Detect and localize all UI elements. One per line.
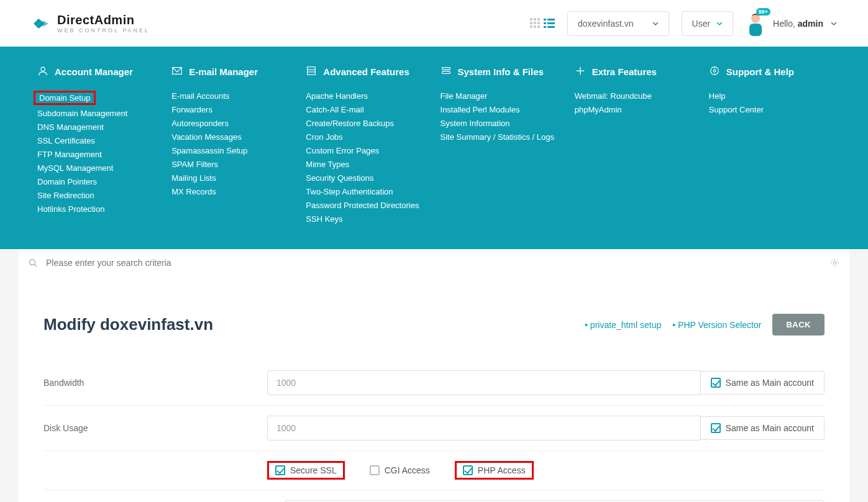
brand-subtitle: web control panel <box>57 27 150 34</box>
nav-link[interactable]: Mailing Lists <box>171 173 293 183</box>
nav-col-3[interactable]: System Info & Files <box>441 65 562 78</box>
nav-link[interactable]: Apache Handlers <box>306 91 427 101</box>
user-menu[interactable]: 99+ Hello, admin <box>746 11 837 36</box>
search-bar <box>19 249 849 276</box>
svg-rect-2 <box>537 18 540 21</box>
svg-rect-6 <box>530 25 532 28</box>
svg-line-30 <box>35 265 37 267</box>
svg-rect-4 <box>534 22 536 24</box>
nav-link[interactable]: Webmail: Roundcube <box>575 91 697 101</box>
nav-link[interactable]: Site Summary / Statistics / Logs <box>441 132 562 142</box>
svg-rect-16 <box>749 24 762 36</box>
secure-ssl-checkbox[interactable]: Secure SSL <box>267 461 345 480</box>
svg-rect-22 <box>442 71 450 74</box>
grid-view-icon[interactable] <box>530 18 541 29</box>
nav-link[interactable]: MySQL Management <box>37 163 159 173</box>
svg-rect-1 <box>534 18 536 21</box>
svg-rect-10 <box>547 19 555 21</box>
checkbox-icon <box>370 465 380 475</box>
svg-rect-14 <box>547 26 555 28</box>
nav-col-2[interactable]: Advanced Features <box>306 65 427 78</box>
list-view-icon[interactable] <box>544 18 555 29</box>
nav-link[interactable]: phpMyAdmin <box>575 104 697 115</box>
nav-col-icon <box>575 65 586 78</box>
private-html-setup-link[interactable]: • private_html setup <box>585 320 661 330</box>
php-version-selector-link[interactable]: • PHP Version Selector <box>672 320 761 330</box>
nav-link[interactable]: File Manager <box>441 91 562 101</box>
nav-link[interactable]: Cron Jobs <box>306 132 427 142</box>
nav-col-0[interactable]: Account Manager <box>37 65 159 78</box>
cgi-access-checkbox[interactable]: CGI Access <box>363 461 436 480</box>
nav-link[interactable]: Custom Error Pages <box>306 145 427 156</box>
checkbox-icon <box>463 465 473 475</box>
nav-col-icon <box>171 65 183 78</box>
svg-rect-3 <box>530 22 532 24</box>
nav-link[interactable]: Create/Restore Backups <box>306 118 427 129</box>
nav-col-5[interactable]: Support & Help <box>709 65 831 78</box>
svg-rect-5 <box>537 22 540 24</box>
nav-col-4[interactable]: Extra Features <box>575 65 697 78</box>
nav-link[interactable]: Password Protected Directories <box>306 200 427 211</box>
nav-link[interactable]: MX Records <box>171 186 293 197</box>
disk-same-checkbox[interactable]: Same as Main account <box>701 416 825 440</box>
svg-rect-7 <box>534 25 536 28</box>
nav-link[interactable]: Site Redirection <box>37 190 159 201</box>
role-selector-value: User <box>692 19 711 29</box>
nav-link[interactable]: Forwarders <box>171 104 293 115</box>
domain-selector-value: doxevinfast.vn <box>578 19 634 29</box>
php-access-checkbox[interactable]: PHP Access <box>455 461 534 480</box>
disk-usage-label: Disk Usage <box>43 423 267 433</box>
role-selector[interactable]: User <box>682 11 734 36</box>
svg-rect-18 <box>308 67 316 75</box>
greeting: Hello, admin <box>773 19 823 29</box>
bandwidth-same-checkbox[interactable]: Same as Main account <box>701 371 825 395</box>
nav-link[interactable]: Domain Setup <box>34 91 96 105</box>
nav-link[interactable]: Subdomain Management <box>37 108 159 119</box>
nav-link[interactable]: Hotlinks Protection <box>37 204 159 214</box>
svg-rect-0 <box>530 18 532 21</box>
nav-col-icon <box>709 65 720 78</box>
domain-selector[interactable]: doxevinfast.vn <box>567 11 669 36</box>
svg-point-26 <box>713 70 716 72</box>
svg-point-31 <box>833 262 836 265</box>
nav-link[interactable]: SSL Certificates <box>37 135 159 146</box>
view-switcher <box>530 18 555 29</box>
notification-badge: 99+ <box>756 8 770 16</box>
svg-rect-9 <box>544 19 546 21</box>
nav-link[interactable]: Two-Step Authentication <box>306 186 427 197</box>
svg-rect-21 <box>442 68 450 70</box>
nav-col-icon <box>441 65 452 78</box>
chevron-down-icon <box>652 21 659 27</box>
nav-link[interactable]: Installed Perl Modules <box>441 104 562 115</box>
chevron-down-icon <box>831 21 837 27</box>
nav-link[interactable]: DNS Management <box>37 122 159 132</box>
svg-rect-12 <box>547 22 555 24</box>
logo[interactable]: DirectAdmin web control panel <box>31 13 150 34</box>
gear-icon[interactable] <box>830 258 839 268</box>
nav-link[interactable]: SPAM Filters <box>171 159 293 170</box>
svg-rect-13 <box>544 26 546 28</box>
nav-link[interactable]: Autoresponders <box>171 118 293 129</box>
nav-col-icon <box>37 65 48 78</box>
bandwidth-label: Bandwidth <box>43 378 267 388</box>
nav-link[interactable]: Spamassassin Setup <box>171 145 293 156</box>
nav-link[interactable]: Catch-All E-mail <box>306 104 427 115</box>
search-input[interactable] <box>19 249 849 276</box>
nav-link[interactable]: Vacation Messages <box>171 132 293 142</box>
bandwidth-input[interactable] <box>267 370 701 395</box>
nav-link[interactable]: Mime Types <box>306 159 427 170</box>
svg-point-17 <box>41 67 45 71</box>
back-button[interactable]: BACK <box>772 314 825 335</box>
nav-link[interactable]: Domain Pointers <box>37 176 159 187</box>
nav-link[interactable]: System Information <box>441 118 562 129</box>
svg-rect-8 <box>537 25 540 28</box>
nav-link[interactable]: Security Questions <box>306 173 427 183</box>
nav-link[interactable]: SSH Keys <box>306 214 427 224</box>
nav-link[interactable]: Support Center <box>709 104 831 115</box>
nav-link[interactable]: FTP Management <box>37 149 159 160</box>
nav-col-1[interactable]: E-mail Manager <box>171 65 293 78</box>
nav-link[interactable]: E-mail Accounts <box>171 91 293 101</box>
disk-usage-input[interactable] <box>267 416 701 440</box>
svg-point-29 <box>30 260 35 265</box>
nav-link[interactable]: Help <box>709 91 831 101</box>
